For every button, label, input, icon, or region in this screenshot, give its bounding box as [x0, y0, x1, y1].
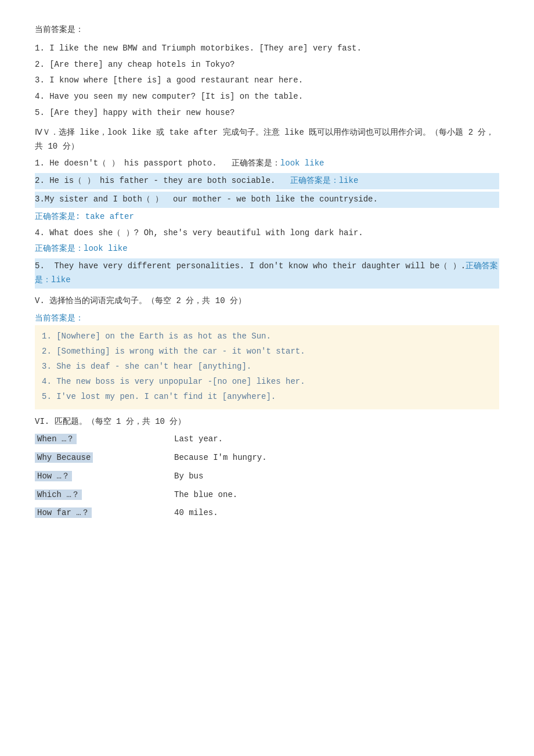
part4-correct-4: 正确答案是：look like	[35, 242, 499, 256]
matching-q-highlight-5: How far …？	[35, 507, 92, 518]
part4-item-1: 1. He doesn't（ ） his passport photo. 正确答…	[35, 157, 499, 171]
part4-item-4: 4. What does she（ ）? Oh, she's very beau…	[35, 226, 499, 240]
matching-row-1: When …？ Last year.	[35, 433, 499, 447]
part6-header: VI. 匹配题。（每空 1 分，共 10 分）	[35, 415, 499, 429]
matching-a-3: By bus	[174, 470, 203, 484]
matching-q-2: Why Because	[35, 451, 174, 465]
part5-item-4: 4. The new boss is very unpopular -[no o…	[42, 375, 492, 389]
part4-correct-label-2: 正确答案是：like	[290, 176, 359, 185]
matching-row-5: How far …？ 40 miles.	[35, 506, 499, 520]
part4-item-5: 5. They have very different personalitie…	[35, 258, 499, 289]
part4-section: 1. He doesn't（ ） his passport photo. 正确答…	[35, 157, 499, 288]
part4-header: ⅣＶ．选择 like，look like 或 take after 完成句子。注…	[35, 126, 499, 154]
part3-item-4: 4. Have you seen my new computer? [It is…	[35, 90, 499, 104]
part5-section: 1. [Nowhere] on the Earth is as hot as t…	[35, 325, 499, 409]
matching-q-highlight-3: How …？	[35, 471, 72, 481]
matching-q-highlight-4: Which …？	[35, 489, 82, 500]
part4-item-2: 2. He is（ ） his father - they are both s…	[35, 173, 499, 189]
matching-q-highlight-2: Why Because	[35, 452, 93, 463]
part5-item-2: 2. [Something] is wrong with the car - i…	[42, 345, 492, 359]
part3-item-1: 1. I like the new BMW and Triumph motorb…	[35, 42, 499, 56]
part3-section: 1. I like the new BMW and Triumph motorb…	[35, 42, 499, 120]
part5-item-1: 1. [Nowhere] on the Earth is as hot as t…	[42, 330, 492, 344]
matching-a-4: The blue one.	[174, 488, 237, 502]
part5-item-3: 3. She is deaf - she can't hear [anythin…	[42, 360, 492, 374]
matching-q-3: How …？	[35, 470, 174, 484]
part4-item-3: 3.My sister and I both（ ） our mother - w…	[35, 192, 499, 208]
matching-a-1: Last year.	[174, 433, 223, 447]
matching-row-3: How …？ By bus	[35, 470, 499, 484]
part4-correct-label-1: 正确答案是：	[232, 159, 280, 168]
part5-item-5: 5. I've lost my pen. I can't find it [an…	[42, 390, 492, 404]
matching-row-4: Which …？ The blue one.	[35, 488, 499, 502]
matching-q-highlight-1: When …？	[35, 434, 77, 444]
part4-correct-5: 正确答案是：like	[35, 261, 498, 285]
part4-answer-1: look like	[280, 159, 324, 168]
current-answer-label-1: 当前答案是：	[35, 23, 499, 37]
part5-header: V. 选择恰当的词语完成句子。（每空 2 分，共 10 分）	[35, 294, 499, 308]
current-answer-label-5: 当前答案是：	[35, 312, 499, 326]
matching-row-2: Why Because Because I'm hungry.	[35, 451, 499, 465]
page-content: 当前答案是： 1. I like the new BMW and Triumph…	[35, 23, 499, 520]
matching-a-5: 40 miles.	[174, 506, 218, 520]
part6-section: When …？ Last year. Why Because Because I…	[35, 433, 499, 520]
matching-q-5: How far …？	[35, 506, 174, 520]
matching-q-1: When …？	[35, 433, 174, 447]
part3-item-5: 5. [Are they] happy with their new house…	[35, 106, 499, 120]
matching-q-4: Which …？	[35, 488, 174, 502]
part3-item-3: 3. I know where [there is] a good restau…	[35, 74, 499, 88]
matching-a-2: Because I'm hungry.	[174, 451, 267, 465]
part4-correct-3: 正确答案是: take after	[35, 210, 499, 224]
part3-item-2: 2. [Are there] any cheap hotels in Tokyo…	[35, 58, 499, 72]
